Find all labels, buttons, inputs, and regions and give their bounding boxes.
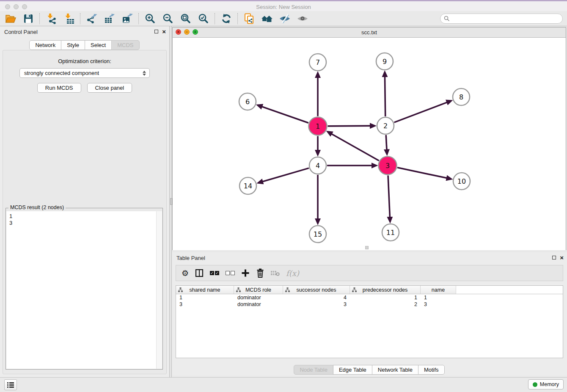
export-table-button[interactable]	[101, 12, 118, 25]
mcds-result-textarea[interactable]: 1 3	[6, 211, 162, 369]
zoom-fit-button[interactable]	[177, 12, 195, 25]
toolbar-separator	[80, 13, 81, 24]
select-all-columns-button[interactable]: ✓✓	[210, 271, 219, 275]
graph-edge-1-2[interactable]	[328, 126, 375, 126]
column-header-name[interactable]: name	[421, 286, 456, 294]
float-table-panel-icon[interactable]	[552, 256, 556, 259]
table-cell[interactable]: 4	[283, 294, 350, 301]
criterion-dropdown[interactable]: strongly connected component	[19, 68, 150, 78]
mcds-result-title: MCDS result (2 nodes)	[8, 204, 66, 210]
header-filler	[456, 286, 563, 294]
svg-text:15: 15	[314, 230, 322, 238]
graph-node-9[interactable]: 9	[376, 53, 393, 70]
svg-text:14: 14	[244, 182, 252, 190]
show-columns-button[interactable]	[195, 269, 204, 277]
tab-network[interactable]: Network	[29, 40, 61, 50]
network-canvas[interactable]: 7968124314101511	[173, 38, 566, 250]
apply-layout-button[interactable]	[217, 12, 235, 25]
graph-edge-4-14[interactable]	[258, 168, 309, 183]
home-button[interactable]	[258, 12, 276, 25]
eye-icon	[297, 14, 308, 23]
function-builder-button[interactable]: f(x)	[286, 269, 299, 278]
table-cell[interactable]: 1	[176, 294, 234, 301]
table-cell[interactable]: 3	[283, 301, 350, 308]
column-header-MCDS-role[interactable]: MCDS role	[234, 286, 283, 294]
table-settings-button[interactable]: ⚙	[182, 269, 189, 277]
save-session-button[interactable]	[19, 12, 37, 25]
table-cell[interactable]: 1	[350, 294, 421, 301]
graph-edge-3-1[interactable]	[328, 132, 379, 160]
graph-node-15[interactable]: 15	[309, 226, 326, 243]
graph-node-8[interactable]: 8	[453, 88, 470, 105]
result-scrollbar[interactable]	[156, 211, 162, 369]
close-panel-icon[interactable]: ×	[162, 29, 166, 34]
node-table: shared nameMCDS rolesuccessor nodesprede…	[176, 285, 563, 358]
show-graphics-details-button[interactable]	[294, 12, 311, 25]
dropdown-stepper-icon	[143, 71, 146, 76]
zoom-out-button[interactable]	[159, 12, 177, 25]
table-cell[interactable]: dominator	[234, 301, 283, 308]
graph-edge-3-11[interactable]	[388, 175, 390, 222]
graph-edge-3-10[interactable]	[397, 168, 451, 179]
table-row[interactable]: 1dominator411	[176, 294, 563, 301]
tab-node-table[interactable]: Node Table	[294, 365, 333, 375]
table-cell[interactable]: 1	[421, 294, 456, 301]
table-cell[interactable]: 3	[421, 301, 456, 308]
import-table-button[interactable]	[60, 12, 78, 25]
zoom-in-button[interactable]	[141, 12, 159, 25]
tab-network-table[interactable]: Network Table	[372, 365, 418, 375]
graph-edge-2-3[interactable]	[386, 135, 387, 155]
delete-column-button[interactable]	[256, 268, 264, 278]
column-header-shared-name[interactable]: shared name	[176, 286, 234, 294]
node-table-header: shared nameMCDS rolesuccessor nodesprede…	[176, 286, 563, 294]
memory-button[interactable]: Memory	[528, 379, 564, 389]
clone-network-button[interactable]	[240, 12, 258, 25]
list-icon	[7, 381, 14, 388]
tab-select[interactable]: Select	[85, 40, 112, 50]
create-column-button[interactable]	[241, 269, 250, 277]
table-toolbar: ⚙ ✓✓	[176, 265, 563, 281]
table-cell[interactable]: 3	[176, 301, 234, 308]
task-history-button[interactable]	[4, 379, 17, 390]
tab-edge-table[interactable]: Edge Table	[333, 365, 372, 375]
hide-graphics-details-button[interactable]	[276, 12, 294, 25]
canvas-resize-grip[interactable]	[365, 246, 369, 249]
column-header-predecessor-nodes[interactable]: predecessor nodes	[350, 286, 421, 294]
float-panel-icon[interactable]	[154, 30, 158, 33]
search-input[interactable]	[440, 14, 563, 24]
run-mcds-button[interactable]: Run MCDS	[37, 83, 81, 93]
tab-mcds[interactable]: MCDS	[111, 40, 139, 50]
tab-motifs[interactable]: Motifs	[418, 365, 445, 375]
export-image-button[interactable]	[118, 12, 136, 25]
open-session-button[interactable]	[2, 12, 19, 25]
unchecked-boxes-icon	[226, 271, 235, 275]
graph-edge-1-6[interactable]	[258, 105, 308, 123]
export-network-icon	[86, 13, 97, 24]
close-panel-button[interactable]: Close panel	[87, 83, 132, 93]
table-row[interactable]: 3dominator323	[176, 301, 563, 308]
graph-edge-2-9[interactable]	[385, 72, 385, 116]
table-cell[interactable]: 2	[350, 301, 421, 308]
column-header-successor-nodes[interactable]: successor nodes	[283, 286, 350, 294]
graph-node-1[interactable]: 1	[309, 117, 327, 135]
graph-node-10[interactable]: 10	[453, 173, 470, 190]
zoom-selected-button[interactable]	[195, 12, 212, 25]
table-cell[interactable]: dominator	[234, 294, 283, 301]
hierarchy-icon	[236, 287, 241, 293]
tab-style[interactable]: Style	[61, 40, 85, 50]
import-network-button[interactable]	[42, 12, 60, 25]
close-table-panel-icon[interactable]: ×	[560, 255, 564, 260]
delete-table-button[interactable]	[271, 270, 280, 276]
import-table-icon	[63, 13, 74, 24]
graph-node-14[interactable]: 14	[239, 177, 256, 194]
unselect-all-columns-button[interactable]	[226, 271, 235, 275]
export-network-button[interactable]	[83, 12, 101, 25]
graph-edge-2-8[interactable]	[394, 101, 451, 122]
svg-text:3: 3	[385, 162, 390, 170]
graph-node-11[interactable]: 11	[382, 224, 399, 241]
graph-node-6[interactable]: 6	[239, 93, 256, 110]
graph-node-2[interactable]: 2	[377, 117, 394, 134]
graph-node-3[interactable]: 3	[379, 157, 397, 175]
graph-node-4[interactable]: 4	[309, 157, 326, 174]
graph-node-7[interactable]: 7	[309, 54, 326, 71]
